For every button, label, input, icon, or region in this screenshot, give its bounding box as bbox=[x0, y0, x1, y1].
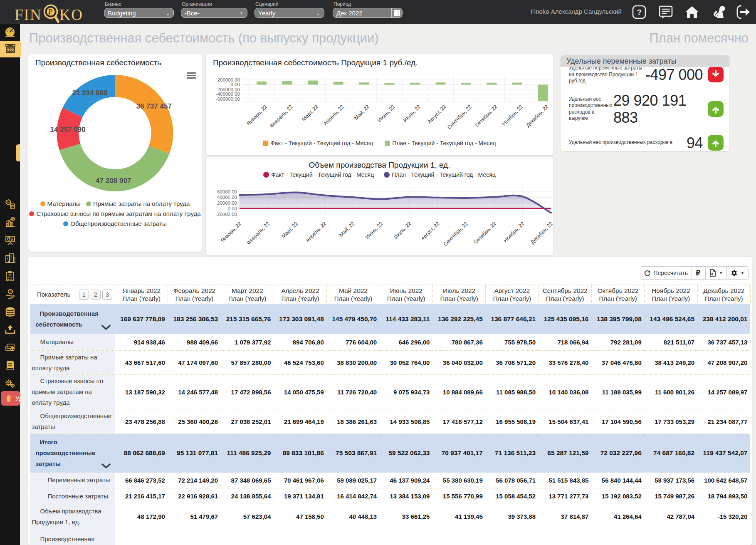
value-cell: 25 360 400,26 bbox=[168, 409, 221, 434]
home-icon[interactable] bbox=[684, 5, 699, 19]
sidebar-item-presentation[interactable] bbox=[0, 233, 20, 248]
kpi-value: -497 000 bbox=[645, 66, 703, 83]
value-cell: 792 281,09 bbox=[591, 334, 644, 351]
row-label[interactable]: Итого производственные затраты bbox=[30, 434, 115, 473]
bar[interactable] bbox=[359, 82, 369, 84]
bar[interactable] bbox=[308, 81, 318, 85]
chevron-down-icon[interactable] bbox=[101, 322, 111, 333]
value-cell: 48 172,90 bbox=[115, 504, 168, 529]
donut-slice[interactable] bbox=[115, 75, 173, 154]
table-row: Производственная себестоимость169 637 77… bbox=[30, 304, 751, 334]
bar[interactable] bbox=[487, 83, 497, 85]
bar[interactable] bbox=[385, 83, 395, 84]
month-label: Ноябрь 2022 bbox=[645, 287, 697, 295]
chevron-down-icon[interactable] bbox=[101, 461, 111, 472]
bar[interactable] bbox=[538, 84, 548, 101]
value-cell: 15 192 083,52 bbox=[591, 488, 644, 504]
logout-icon[interactable] bbox=[736, 5, 751, 19]
value-cell: 11 085 988,50 bbox=[486, 375, 539, 409]
sidebar-item-calc-gear[interactable]: % bbox=[0, 198, 20, 213]
level-button-3[interactable]: 3 bbox=[102, 290, 112, 300]
sidebar-item-hand-coin[interactable]: ₽ bbox=[0, 287, 20, 302]
sidebar-item-buildings[interactable] bbox=[0, 251, 20, 266]
excel-export-button[interactable]: x▼ bbox=[706, 267, 727, 279]
bar[interactable] bbox=[410, 83, 420, 85]
delete-button[interactable]: Уд bbox=[1, 391, 20, 406]
организация-select[interactable]: -Все-▼ bbox=[181, 8, 247, 18]
sidebar-item-clipboard[interactable] bbox=[0, 269, 20, 284]
value-cell: 95 131 077,81 bbox=[168, 434, 221, 473]
legend-item[interactable]: Страховые взносы по прямым затратам на о… bbox=[29, 210, 200, 217]
legend-item[interactable]: План - Текущий - Текущий год - Месяц bbox=[384, 171, 496, 178]
value-cell: 33 661,25 bbox=[380, 504, 432, 529]
value-cell bbox=[221, 529, 274, 545]
svg-text:-400000.00: -400000.00 bbox=[216, 92, 240, 97]
value-cell bbox=[432, 529, 485, 545]
svg-text:20000.00: 20000.00 bbox=[217, 201, 237, 206]
sidebar-expand-handle[interactable] bbox=[16, 144, 20, 161]
legend-item[interactable]: План - Текущий - Текущий год - Месяц bbox=[385, 140, 496, 146]
help-icon[interactable]: ? bbox=[632, 5, 646, 19]
chat-icon[interactable] bbox=[659, 5, 673, 19]
value-cell: 145 479 450,70 bbox=[327, 304, 380, 334]
row-label[interactable]: Производственная себестоимость bbox=[30, 304, 115, 334]
sidebar-item-upload[interactable]: ⇣ bbox=[0, 323, 20, 338]
finoko-logo[interactable]: FIN ₽ KO bbox=[15, 2, 83, 27]
bar[interactable] bbox=[334, 82, 343, 85]
bar[interactable] bbox=[282, 81, 292, 84]
donut-slice-label: 14 257 090 bbox=[50, 126, 85, 134]
value-cell bbox=[380, 529, 432, 545]
sidebar-item-chart-coin[interactable]: ₽ bbox=[0, 216, 20, 230]
period-date-input[interactable]: Дек 2022 bbox=[333, 8, 403, 18]
ruble-button[interactable]: ₽ bbox=[692, 267, 706, 279]
value-cell: 71 136 511,23 bbox=[486, 434, 539, 473]
legend-item[interactable]: Материалы bbox=[40, 200, 81, 207]
row-label: Материалы bbox=[30, 334, 115, 351]
buildings-icon bbox=[5, 253, 16, 265]
value-cell bbox=[486, 529, 539, 545]
row-label: Объем производства Продукции 1, ед. bbox=[30, 504, 115, 529]
excel-icon: x bbox=[709, 269, 716, 277]
бизнес-select[interactable]: Budgeting⌄ bbox=[104, 8, 174, 18]
level-button-1[interactable]: 1 bbox=[79, 290, 89, 300]
bar[interactable] bbox=[461, 83, 471, 84]
sidebar-item-database[interactable] bbox=[0, 305, 20, 320]
svg-text:40000.00: 40000.00 bbox=[217, 195, 237, 200]
value-cell: 15 749 987,26 bbox=[645, 488, 697, 504]
svg-text:₽: ₽ bbox=[12, 217, 14, 220]
calendar-icon[interactable] bbox=[391, 8, 402, 18]
legend-item[interactable]: Общепроизводственные затраты bbox=[63, 220, 167, 227]
row-label: Переменные затраты bbox=[30, 473, 115, 488]
bar[interactable] bbox=[436, 82, 446, 84]
donut-legend: МатериалыПрямые затраты на оплату трудаС… bbox=[32, 200, 198, 227]
level-button-2[interactable]: 2 bbox=[91, 290, 101, 300]
value-cell: 14 257 089,97 bbox=[697, 375, 750, 409]
kpi-panel: Удельные переменные затраты Удельные пер… bbox=[561, 55, 729, 151]
сценарий-select[interactable]: Yearly⌄ bbox=[254, 8, 324, 18]
user-name[interactable]: Finoko Александр Сандульский bbox=[531, 8, 622, 15]
value-cell: 42 787,04 bbox=[645, 504, 697, 529]
recalculate-button[interactable]: Пересчитать bbox=[640, 267, 692, 279]
sidebar-item-cashbox[interactable]: ₽ bbox=[0, 341, 20, 356]
sidebar-item-factory[interactable] bbox=[0, 41, 21, 57]
support-icon[interactable] bbox=[712, 5, 726, 19]
value-cell bbox=[645, 529, 697, 545]
value-cell: 66 846 273,52 bbox=[115, 473, 168, 488]
caret-down-icon: ▼ bbox=[741, 271, 744, 275]
sidebar-item-book[interactable] bbox=[0, 359, 20, 374]
legend-item[interactable]: Факт - Текущий - Текущий год - Месяц bbox=[263, 140, 373, 146]
bar[interactable] bbox=[257, 82, 267, 85]
value-cell: 215 315 665,76 bbox=[221, 304, 274, 334]
legend-item[interactable]: Прямые затраты на оплату труда bbox=[86, 200, 190, 207]
chart-menu-icon[interactable] bbox=[187, 72, 196, 79]
sidebar-item-gears[interactable] bbox=[0, 377, 20, 391]
month-header-cell: Ноябрь 2022План (Yearly) bbox=[645, 285, 697, 304]
bar[interactable] bbox=[512, 82, 522, 84]
legend-label: Прямые затраты на оплату труда bbox=[93, 200, 190, 207]
settings-button[interactable]: ▼ bbox=[727, 267, 748, 279]
legend-item[interactable]: Факт - Текущий - Текущий год - Месяц bbox=[263, 171, 374, 178]
sidebar-item-gauge[interactable] bbox=[0, 25, 20, 40]
value-cell: 51 479,67 bbox=[168, 504, 221, 529]
value-cell: 57 623,04 bbox=[221, 504, 274, 529]
trash-icon bbox=[4, 394, 13, 403]
